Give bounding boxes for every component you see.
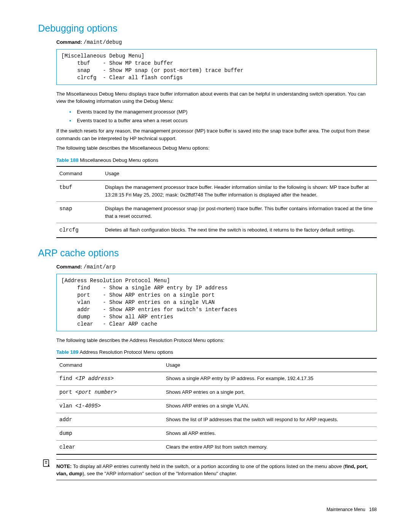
table-row: clear Clears the entire ARP list from sw… xyxy=(56,440,377,454)
cell-usage: Deletes all flash configuration blocks. … xyxy=(102,223,377,238)
command-path: /maint/debug xyxy=(84,39,122,45)
cell-command: snap xyxy=(56,202,102,223)
cell-usage: Shows all ARP entries. xyxy=(163,427,377,440)
table-row: port <port number> Shows ARP entries on … xyxy=(56,385,377,399)
command-line-arp: Command: /maint/arp xyxy=(56,264,377,270)
section-heading-arp: ARP cache options xyxy=(38,248,377,259)
table-header-command: Command xyxy=(56,166,102,181)
list-item: Events traced to a buffer area when a re… xyxy=(69,116,377,125)
cell-usage: Displays the management processor trace … xyxy=(102,181,377,202)
cell-usage: Shows the list of IP addresses that the … xyxy=(163,413,377,427)
table-caption-188: Table 188 Miscellaneous Debug Menu optio… xyxy=(56,157,377,163)
code-box-arp-menu: [Address Resolution Protocol Menu] find … xyxy=(56,274,377,331)
page-footer: Maintenance Menu 168 xyxy=(42,507,377,512)
cell-command: tbuf xyxy=(56,181,102,202)
para-debug-intro: The Miscellaneous Debug Menu displays tr… xyxy=(56,90,377,105)
section-heading-debugging: Debugging options xyxy=(38,23,377,34)
para-debug-reset: If the switch resets for any reason, the… xyxy=(56,127,377,142)
table-row: addr Shows the list of IP addresses that… xyxy=(56,413,377,427)
code-box-debug-menu: [Miscellaneous Debug Menu] tbuf - Show M… xyxy=(56,49,377,85)
footer-page-number: 168 xyxy=(369,507,377,512)
table-row: snap Displays the management processor s… xyxy=(56,202,377,223)
para-debug-table-intro: The following table describes the Miscel… xyxy=(56,144,377,152)
cell-usage: Clears the entire ARP list from switch m… xyxy=(163,440,377,454)
cell-command: find <IP address> xyxy=(56,372,163,385)
table-title: Address Resolution Protocol Menu options xyxy=(80,349,173,355)
table-row: vlan <1-4095> Shows ARP entries on a sin… xyxy=(56,399,377,413)
list-item: Events traced by the management processo… xyxy=(69,107,377,116)
cell-usage: Displays the management processor snap (… xyxy=(102,202,377,223)
cell-command: vlan <1-4095> xyxy=(56,399,163,413)
command-label: Command: xyxy=(56,264,82,270)
table-header-usage: Usage xyxy=(163,358,377,372)
note-text: NOTE: To display all ARP entries current… xyxy=(56,463,377,478)
cell-command: dump xyxy=(56,427,163,440)
table-header-command: Command xyxy=(56,358,163,372)
table-title: Miscellaneous Debug Menu options xyxy=(80,157,158,163)
table-row: clrcfg Deletes all flash configuration b… xyxy=(56,223,377,238)
cell-usage: Shows ARP entries on a single VLAN. xyxy=(163,399,377,413)
cell-command: clear xyxy=(56,440,163,454)
command-line-debug: Command: /maint/debug xyxy=(56,39,377,45)
footer-chapter: Maintenance Menu xyxy=(327,507,365,512)
cell-usage: Shows a single ARP entry by IP address. … xyxy=(163,372,377,385)
cell-command: port <port number> xyxy=(56,385,163,399)
cell-usage: Shows ARP entries on a single port. xyxy=(163,385,377,399)
note-icon xyxy=(42,459,51,470)
command-path: /maint/arp xyxy=(84,264,116,270)
cell-command: clrcfg xyxy=(56,223,102,238)
note-label: NOTE: xyxy=(56,463,72,469)
para-arp-table-intro: The following table describes the Addres… xyxy=(56,337,377,344)
table-debug-menu-options: Command Usage tbuf Displays the manageme… xyxy=(56,166,377,238)
table-arp-menu-options: Command Usage find <IP address> Shows a … xyxy=(56,358,377,455)
table-label: Table 189 xyxy=(56,349,78,355)
note-block: NOTE: To display all ARP entries current… xyxy=(42,459,377,480)
table-caption-189: Table 189 Address Resolution Protocol Me… xyxy=(56,349,377,355)
cell-command: addr xyxy=(56,413,163,427)
table-row: tbuf Displays the management processor t… xyxy=(56,181,377,202)
table-row: dump Shows all ARP entries. xyxy=(56,427,377,440)
command-label: Command: xyxy=(56,39,82,45)
table-row: find <IP address> Shows a single ARP ent… xyxy=(56,372,377,385)
table-label: Table 188 xyxy=(56,157,78,163)
table-header-usage: Usage xyxy=(102,166,377,181)
bullet-list-events: Events traced by the management processo… xyxy=(69,107,377,125)
